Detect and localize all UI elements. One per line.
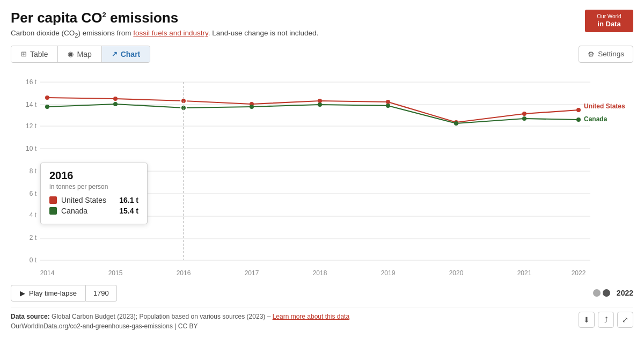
map-icon: ◉ [68, 50, 74, 58]
subtitle: Carbon dioxide (CO2) emissions from foss… [11, 28, 585, 40]
footer-url: OurWorldInData.org/co2-and-greenhouse-ga… [11, 322, 197, 330]
year-end: 2022 [617, 289, 633, 297]
canada-country: Canada [61, 207, 115, 215]
svg-text:2017: 2017 [245, 269, 259, 277]
us-country: United States [61, 196, 115, 204]
tab-table[interactable]: ⊞ Table [11, 46, 58, 62]
svg-text:10 t: 10 t [26, 145, 37, 152]
page-title: Per capita CO2 emissions [11, 10, 585, 26]
svg-text:2022: 2022 [572, 269, 586, 277]
chart-icon: ↗ [112, 50, 118, 58]
svg-text:2019: 2019 [381, 269, 396, 277]
expand-icon: ⤢ [622, 315, 628, 324]
svg-text:2020: 2020 [449, 269, 464, 277]
svg-text:14 t: 14 t [26, 101, 37, 108]
canada-dot-2020 [454, 121, 458, 126]
us-dot-2018 [318, 99, 322, 103]
dot-right [603, 289, 610, 297]
us-dot-2015 [113, 97, 118, 101]
us-line [47, 98, 579, 122]
owid-logo: Our World in Data [585, 10, 633, 32]
canada-swatch [49, 207, 57, 215]
settings-button[interactable]: ⚙ Settings [579, 46, 633, 63]
canada-dot-2014 [45, 105, 49, 109]
svg-text:2021: 2021 [517, 269, 532, 277]
footer-text: Data source: Global Carbon Budget (2023)… [11, 312, 349, 331]
us-dot-2022 [576, 108, 581, 112]
tooltip-row-us: United States 16.1 t [49, 196, 138, 204]
us-dot-2019 [386, 100, 390, 104]
canada-dot-2022 [576, 117, 581, 122]
svg-text:8 t: 8 t [30, 167, 37, 175]
canada-dot-2019 [386, 104, 390, 108]
play-icon: ▶ [20, 289, 25, 297]
us-value: 16.1 t [119, 196, 138, 204]
svg-text:2018: 2018 [313, 269, 327, 277]
download-button[interactable]: ⬇ [579, 312, 595, 328]
year-display: 1790 [86, 285, 117, 302]
svg-text:4 t: 4 t [30, 211, 37, 219]
us-swatch [49, 196, 57, 204]
controls-row: ⊞ Table ◉ Map ↗ Chart ⚙ Settings [11, 46, 633, 63]
tooltip-row-canada: Canada 15.4 t [49, 207, 138, 215]
bottom-controls: ▶ Play time-lapse 1790 2022 [11, 285, 633, 302]
us-dot-2014 [45, 95, 49, 100]
source-text: Global Carbon Budget (2023); Population … [52, 313, 273, 320]
canada-dot-2015 [113, 102, 118, 106]
timeline-end: 2022 [593, 289, 633, 297]
page-wrapper: Per capita CO2 emissions Carbon dioxide … [0, 0, 644, 360]
us-label: United States [584, 102, 625, 110]
title-block: Per capita CO2 emissions Carbon dioxide … [11, 10, 585, 40]
tab-group: ⊞ Table ◉ Map ↗ Chart [11, 46, 150, 63]
fossil-fuels-link[interactable]: fossil fuels and industry [133, 29, 208, 37]
canada-dot-2017 [250, 105, 254, 109]
svg-text:6 t: 6 t [30, 190, 37, 197]
us-dot-2021 [522, 112, 526, 116]
svg-text:2016: 2016 [177, 269, 191, 277]
canada-label: Canada [584, 115, 608, 123]
tooltip-year: 2016 [49, 170, 138, 182]
header-row: Per capita CO2 emissions Carbon dioxide … [11, 10, 633, 40]
expand-button[interactable]: ⤢ [617, 312, 633, 328]
table-icon: ⊞ [21, 50, 27, 58]
download-icon: ⬇ [583, 315, 590, 324]
footer: Data source: Global Carbon Budget (2023)… [11, 307, 633, 331]
source-label: Data source: [11, 313, 50, 320]
footer-icons: ⬇ ⤴ ⤢ [579, 312, 633, 328]
canada-dot-2021 [522, 116, 526, 121]
share-button[interactable]: ⤴ [598, 312, 614, 328]
tooltip-subtitle: in tonnes per person [49, 183, 138, 190]
svg-text:16 t: 16 t [26, 78, 37, 86]
svg-text:2 t: 2 t [30, 234, 37, 241]
canada-value: 15.4 t [119, 207, 138, 215]
tooltip: 2016 in tonnes per person United States … [40, 163, 148, 224]
svg-text:2015: 2015 [108, 269, 123, 277]
chart-area: 16 t 14 t 12 t 10 t 8 t 6 t 4 t 2 t 0 t … [11, 66, 633, 281]
svg-text:2014: 2014 [40, 269, 55, 277]
svg-text:12 t: 12 t [26, 122, 37, 130]
tab-map[interactable]: ◉ Map [58, 46, 101, 62]
settings-icon: ⚙ [588, 50, 595, 58]
svg-text:0 t: 0 t [30, 256, 37, 264]
learn-more-link[interactable]: Learn more about this data [273, 313, 349, 320]
canada-line [47, 104, 579, 123]
share-icon: ⤴ [604, 315, 608, 324]
dot-left [593, 289, 601, 297]
timeline-dots [593, 289, 610, 297]
tab-chart[interactable]: ↗ Chart [102, 46, 150, 62]
canada-dot-2018 [318, 102, 322, 107]
play-group: ▶ Play time-lapse 1790 [11, 285, 117, 302]
play-button[interactable]: ▶ Play time-lapse [11, 285, 86, 302]
